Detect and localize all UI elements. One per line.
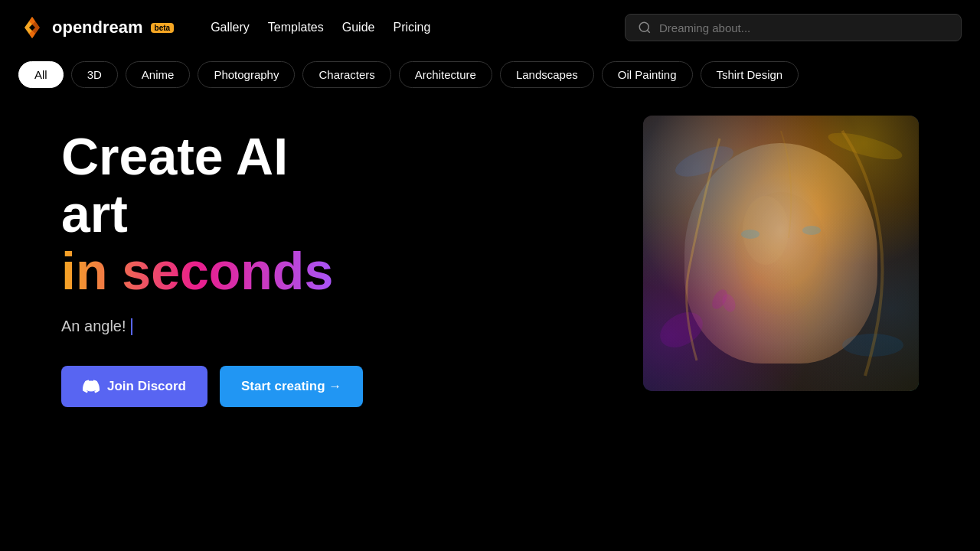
hero-content: Create AI art in seconds An angle! Join … <box>61 112 612 407</box>
filter-characters[interactable]: Characters <box>302 61 390 88</box>
logo[interactable]: opendreambeta <box>18 14 174 41</box>
hero-image-inner <box>643 116 919 391</box>
hero-title-line2: art <box>61 184 128 243</box>
nav-templates[interactable]: Templates <box>268 21 324 34</box>
filter-landscapes[interactable]: Landscapes <box>500 61 594 88</box>
discord-icon <box>83 378 100 395</box>
filter-anime[interactable]: Anime <box>126 61 191 88</box>
hero-title-line1: Create AI <box>61 127 288 185</box>
nav-guide[interactable]: Guide <box>342 21 375 34</box>
filter-bar: All 3D Anime Photography Characters Arch… <box>0 55 980 100</box>
portrait-paint-strokes <box>643 116 919 391</box>
hero-section: Create AI art in seconds An angle! Join … <box>0 100 980 551</box>
svg-point-10 <box>741 230 760 239</box>
svg-line-3 <box>647 30 649 32</box>
svg-point-2 <box>639 22 648 31</box>
hero-title: Create AI art in seconds <box>61 128 612 299</box>
filter-oil-painting[interactable]: Oil Painting <box>602 61 693 88</box>
hero-title-line3: in seconds <box>61 242 333 300</box>
nav-pricing[interactable]: Pricing <box>393 21 430 34</box>
search-icon <box>638 21 652 34</box>
svg-point-6 <box>654 305 709 355</box>
filter-photography[interactable]: Photography <box>198 61 295 88</box>
svg-point-5 <box>826 127 905 165</box>
svg-point-4 <box>671 140 737 183</box>
logo-icon <box>18 14 46 41</box>
nav-links: Gallery Templates Guide Pricing <box>211 21 430 34</box>
navbar: opendreambeta Gallery Templates Guide Pr… <box>0 0 980 55</box>
filter-architecture[interactable]: Architecture <box>399 61 492 88</box>
logo-text: opendream <box>52 18 143 37</box>
join-discord-button[interactable]: Join Discord <box>61 366 207 407</box>
hero-buttons: Join Discord Start creating → <box>61 366 612 407</box>
filter-tshirt-design[interactable]: Tshirt Design <box>701 61 799 88</box>
discord-button-label: Join Discord <box>107 379 186 394</box>
search-bar[interactable] <box>625 14 962 41</box>
svg-point-11 <box>802 226 821 235</box>
start-creating-button[interactable]: Start creating → <box>220 366 363 407</box>
filter-all[interactable]: All <box>18 61 64 88</box>
hero-subtitle-text: An angle! <box>61 318 126 335</box>
nav-gallery[interactable]: Gallery <box>211 21 250 34</box>
svg-marker-1 <box>29 17 40 38</box>
start-button-label: Start creating → <box>241 379 341 394</box>
search-input[interactable] <box>659 21 949 34</box>
hero-subtitle: An angle! <box>61 318 612 335</box>
text-cursor <box>131 318 132 335</box>
hero-image <box>643 116 919 391</box>
filter-3d[interactable]: 3D <box>71 61 118 88</box>
beta-badge: beta <box>151 23 175 33</box>
